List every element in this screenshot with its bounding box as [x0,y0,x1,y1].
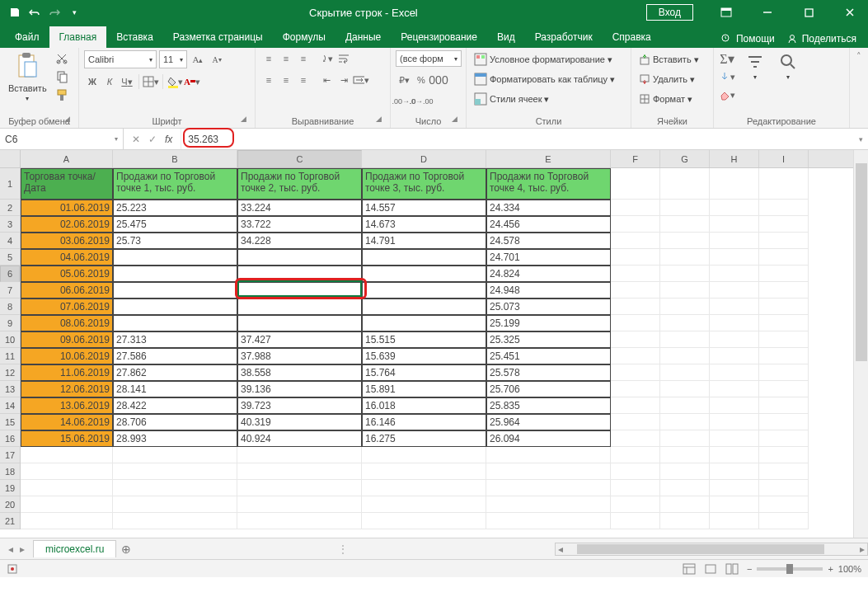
cell[interactable] [113,315,237,331]
borders-icon[interactable]: ▾ [143,73,159,90]
row-header[interactable]: 15 [0,414,20,430]
font-launcher-icon[interactable]: ◢ [241,115,252,126]
view-layout-icon[interactable] [704,563,717,575]
cell[interactable] [710,233,759,249]
tab-home[interactable]: Главная [49,26,107,48]
row-header[interactable]: 3 [0,216,20,233]
cell[interactable]: 07.06.2019 [21,298,113,315]
tab-review[interactable]: Рецензирование [391,26,487,48]
cell[interactable]: 25.223 [113,200,237,216]
row-header[interactable]: 12 [0,364,20,381]
row-header[interactable]: 21 [0,513,20,529]
cell[interactable] [362,480,486,496]
cell[interactable]: 10.06.2019 [21,348,113,364]
row-header[interactable]: 6 [0,266,20,282]
name-box[interactable]: C6▾ [0,129,124,149]
accounting-icon[interactable]: ₽▾ [396,72,412,88]
cell[interactable]: 25.475 [113,216,237,233]
col-header-D[interactable]: D [362,150,486,167]
cell[interactable] [759,496,809,513]
cell[interactable] [237,480,362,496]
cell[interactable] [237,513,362,529]
cell[interactable]: 04.06.2019 [21,249,113,266]
zoom-level[interactable]: 100% [838,564,861,574]
cell[interactable] [113,298,237,315]
increase-font-icon[interactable]: A▴ [190,51,206,68]
cell[interactable]: 33.224 [237,200,362,216]
tab-view[interactable]: Вид [487,26,525,48]
col-header-B[interactable]: B [113,150,237,167]
cell[interactable] [710,430,759,447]
column-headers[interactable]: ABCDEFGHI [21,150,868,168]
cell[interactable] [113,249,237,266]
cell[interactable] [759,233,809,249]
cell[interactable] [660,364,710,381]
vertical-scrollbar[interactable] [853,150,868,538]
find-select-button[interactable]: ▾ [775,50,801,82]
cell[interactable] [611,233,660,249]
cell[interactable]: 25.964 [486,414,611,430]
cell[interactable] [611,282,660,298]
cell[interactable] [660,233,710,249]
cell[interactable] [710,200,759,216]
cell[interactable] [660,414,710,430]
cell[interactable] [362,463,486,480]
cell[interactable] [611,266,660,282]
cell[interactable] [611,430,660,447]
row-header[interactable]: 8 [0,298,20,315]
cell[interactable] [611,200,660,216]
cell[interactable]: 14.791 [362,233,486,249]
collapse-ribbon-icon[interactable]: ˄ [850,48,868,128]
cell[interactable]: 24.701 [486,249,611,266]
cell[interactable] [362,447,486,463]
cell[interactable] [710,381,759,397]
col-header-I[interactable]: I [759,150,809,167]
cell[interactable] [486,480,611,496]
record-macro-icon[interactable] [7,563,18,575]
cell[interactable]: 26.094 [486,430,611,447]
align-top-icon[interactable]: ≡ [260,50,277,67]
number-format-select[interactable]: (все форм▾ [396,50,462,67]
cell[interactable] [759,216,809,233]
cell[interactable] [759,315,809,331]
format-cells-button[interactable]: Формат▾ [636,90,695,108]
cell[interactable]: 28.993 [113,430,237,447]
tab-file[interactable]: Файл [5,26,49,48]
cell[interactable] [362,513,486,529]
row-header[interactable]: 9 [0,315,20,331]
cell[interactable] [611,315,660,331]
cell[interactable]: 25.706 [486,381,611,397]
cell[interactable] [710,348,759,364]
row-header[interactable]: 4 [0,233,20,249]
row-header[interactable]: 7 [0,282,20,298]
tell-me[interactable]: Помощи [720,33,775,45]
cell[interactable]: 24.948 [486,282,611,298]
alignment-launcher-icon[interactable]: ◢ [376,115,387,126]
header-cell[interactable]: Продажи по Торговой точке 4, тыс. руб. [486,168,611,200]
tab-data[interactable]: Данные [335,26,391,48]
redo-icon[interactable] [48,6,61,19]
tab-formulas[interactable]: Формулы [273,26,335,48]
fx-icon[interactable]: fx [165,134,172,145]
clear-icon[interactable]: ▾ [719,87,735,103]
zoom-out-icon[interactable]: − [747,564,752,574]
cell[interactable] [710,480,759,496]
cell[interactable] [759,447,809,463]
col-header-C[interactable]: C [237,150,362,168]
cell[interactable] [237,463,362,480]
cell[interactable] [611,496,660,513]
cell[interactable] [362,282,486,298]
close-button[interactable] [835,1,865,24]
cell[interactable]: 39.136 [237,381,362,397]
cell[interactable]: 15.06.2019 [21,430,113,447]
cell[interactable]: 15.891 [362,381,486,397]
share-button[interactable]: Поделиться [786,33,856,45]
enter-icon[interactable]: ✓ [148,134,157,145]
cell[interactable]: 37.427 [237,331,362,348]
cell[interactable] [611,397,660,414]
format-as-table-button[interactable]: Форматировать как таблицу▾ [472,70,617,88]
row-header[interactable]: 18 [0,463,20,480]
cell[interactable]: 12.06.2019 [21,381,113,397]
autosum-icon[interactable]: Σ▾ [719,50,735,67]
tab-layout[interactable]: Разметка страницы [163,26,273,48]
